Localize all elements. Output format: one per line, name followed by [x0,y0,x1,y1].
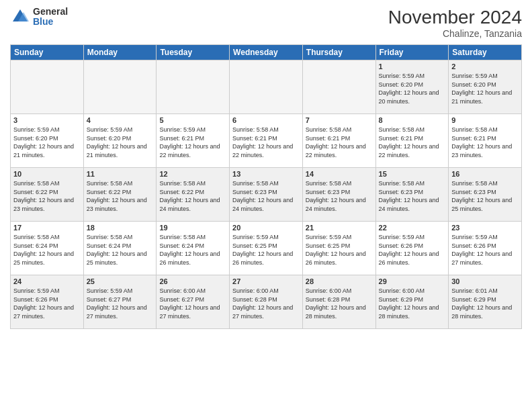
month-title: November 2024 [388,7,522,28]
logo-text: General Blue [33,7,68,28]
day-number: 4 [87,116,154,124]
table-row: 8Sunrise: 5:58 AMSunset: 6:21 PMDaylight… [375,114,449,168]
col-monday: Monday [83,45,157,60]
col-wednesday: Wednesday [230,45,303,60]
day-info: Sunrise: 5:59 AMSunset: 6:25 PMDaylight:… [232,233,300,267]
table-row [11,60,84,114]
table-row: 1Sunrise: 5:59 AMSunset: 6:20 PMDaylight… [375,60,449,114]
day-info: Sunrise: 6:00 AMSunset: 6:28 PMDaylight:… [306,287,373,320]
table-row: 26Sunrise: 6:00 AMSunset: 6:27 PMDayligh… [157,275,230,329]
calendar-week-row: 1Sunrise: 5:59 AMSunset: 6:20 PMDaylight… [11,60,522,114]
calendar-header-row: Sunday Monday Tuesday Wednesday Thursday… [11,45,522,60]
day-info: Sunrise: 5:58 AMSunset: 6:23 PMDaylight:… [451,179,519,213]
day-info: Sunrise: 5:58 AMSunset: 6:21 PMDaylight:… [379,126,446,159]
location: Chalinze, Tanzania [388,28,522,39]
day-info: Sunrise: 5:58 AMSunset: 6:21 PMDaylight:… [306,126,373,159]
day-number: 3 [13,116,81,124]
day-info: Sunrise: 5:59 AMSunset: 6:20 PMDaylight:… [379,72,446,105]
day-number: 25 [87,277,154,285]
day-number: 12 [159,170,226,178]
title-section: November 2024 Chalinze, Tanzania [388,7,522,39]
table-row: 9Sunrise: 5:58 AMSunset: 6:21 PMDaylight… [449,114,522,168]
day-info: Sunrise: 5:59 AMSunset: 6:27 PMDaylight:… [87,287,154,320]
day-number: 11 [87,170,154,178]
day-info: Sunrise: 5:59 AMSunset: 6:21 PMDaylight:… [159,126,226,159]
table-row: 22Sunrise: 5:59 AMSunset: 6:26 PMDayligh… [375,222,449,275]
table-row: 30Sunrise: 6:01 AMSunset: 6:29 PMDayligh… [449,275,522,329]
table-row [83,60,157,114]
day-number: 13 [232,170,300,178]
day-info: Sunrise: 5:58 AMSunset: 6:21 PMDaylight:… [451,126,519,159]
day-info: Sunrise: 5:58 AMSunset: 6:22 PMDaylight:… [159,179,226,213]
day-number: 28 [306,277,373,285]
table-row: 24Sunrise: 5:59 AMSunset: 6:26 PMDayligh… [11,275,84,329]
day-info: Sunrise: 5:59 AMSunset: 6:20 PMDaylight:… [451,72,519,105]
table-row: 19Sunrise: 5:58 AMSunset: 6:24 PMDayligh… [157,222,230,275]
day-info: Sunrise: 6:00 AMSunset: 6:27 PMDaylight:… [159,287,226,320]
day-info: Sunrise: 5:58 AMSunset: 6:22 PMDaylight:… [87,179,154,213]
table-row: 16Sunrise: 5:58 AMSunset: 6:23 PMDayligh… [449,168,522,222]
day-info: Sunrise: 5:58 AMSunset: 6:24 PMDaylight:… [159,233,226,267]
day-number: 27 [232,277,300,285]
day-info: Sunrise: 5:59 AMSunset: 6:20 PMDaylight:… [87,126,154,159]
table-row: 20Sunrise: 5:59 AMSunset: 6:25 PMDayligh… [230,222,303,275]
day-number: 7 [306,116,373,124]
day-number: 23 [451,224,519,232]
table-row: 14Sunrise: 5:58 AMSunset: 6:23 PMDayligh… [302,168,375,222]
table-row: 10Sunrise: 5:58 AMSunset: 6:22 PMDayligh… [11,168,84,222]
table-row: 5Sunrise: 5:59 AMSunset: 6:21 PMDaylight… [157,114,230,168]
page: General Blue November 2024 Chalinze, Tan… [0,0,532,411]
table-row: 6Sunrise: 5:58 AMSunset: 6:21 PMDaylight… [230,114,303,168]
day-number: 1 [379,62,446,71]
day-number: 16 [451,170,519,178]
day-number: 2 [451,62,519,71]
day-info: Sunrise: 5:59 AMSunset: 6:26 PMDaylight:… [379,233,446,267]
calendar-week-row: 17Sunrise: 5:58 AMSunset: 6:24 PMDayligh… [11,222,522,275]
table-row: 2Sunrise: 5:59 AMSunset: 6:20 PMDaylight… [449,60,522,114]
day-number: 18 [87,224,154,232]
day-number: 22 [379,224,446,232]
day-info: Sunrise: 5:59 AMSunset: 6:26 PMDaylight:… [451,233,519,267]
day-info: Sunrise: 5:59 AMSunset: 6:26 PMDaylight:… [13,287,81,320]
col-sunday: Sunday [11,45,84,60]
day-number: 30 [451,277,519,285]
col-tuesday: Tuesday [157,45,230,60]
logo-blue-text: Blue [33,17,68,27]
table-row: 27Sunrise: 6:00 AMSunset: 6:28 PMDayligh… [230,275,303,329]
logo: General Blue [10,7,68,28]
table-row: 3Sunrise: 5:59 AMSunset: 6:20 PMDaylight… [11,114,84,168]
calendar-week-row: 10Sunrise: 5:58 AMSunset: 6:22 PMDayligh… [11,168,522,222]
col-saturday: Saturday [449,45,522,60]
table-row [302,60,375,114]
table-row: 12Sunrise: 5:58 AMSunset: 6:22 PMDayligh… [157,168,230,222]
day-info: Sunrise: 5:58 AMSunset: 6:21 PMDaylight:… [232,126,300,159]
day-number: 8 [379,116,446,124]
table-row: 21Sunrise: 5:59 AMSunset: 6:25 PMDayligh… [302,222,375,275]
day-info: Sunrise: 6:01 AMSunset: 6:29 PMDaylight:… [451,287,519,320]
table-row: 29Sunrise: 6:00 AMSunset: 6:29 PMDayligh… [375,275,449,329]
table-row: 17Sunrise: 5:58 AMSunset: 6:24 PMDayligh… [11,222,84,275]
table-row: 28Sunrise: 6:00 AMSunset: 6:28 PMDayligh… [302,275,375,329]
day-info: Sunrise: 6:00 AMSunset: 6:29 PMDaylight:… [379,287,446,320]
day-number: 20 [232,224,300,232]
day-info: Sunrise: 5:58 AMSunset: 6:23 PMDaylight:… [306,179,373,213]
day-info: Sunrise: 5:58 AMSunset: 6:23 PMDaylight:… [379,179,446,213]
day-number: 5 [159,116,226,124]
day-number: 29 [379,277,446,285]
calendar-week-row: 3Sunrise: 5:59 AMSunset: 6:20 PMDaylight… [11,114,522,168]
day-info: Sunrise: 5:58 AMSunset: 6:23 PMDaylight:… [232,179,300,213]
day-info: Sunrise: 5:58 AMSunset: 6:24 PMDaylight:… [13,233,81,267]
table-row: 4Sunrise: 5:59 AMSunset: 6:20 PMDaylight… [83,114,157,168]
col-friday: Friday [375,45,449,60]
table-row [157,60,230,114]
table-row: 18Sunrise: 5:58 AMSunset: 6:24 PMDayligh… [83,222,157,275]
table-row: 25Sunrise: 5:59 AMSunset: 6:27 PMDayligh… [83,275,157,329]
day-number: 17 [13,224,81,232]
day-info: Sunrise: 5:59 AMSunset: 6:20 PMDaylight:… [13,126,81,159]
day-number: 15 [379,170,446,178]
col-thursday: Thursday [302,45,375,60]
day-number: 6 [232,116,300,124]
table-row [230,60,303,114]
table-row: 11Sunrise: 5:58 AMSunset: 6:22 PMDayligh… [83,168,157,222]
day-number: 26 [159,277,226,285]
